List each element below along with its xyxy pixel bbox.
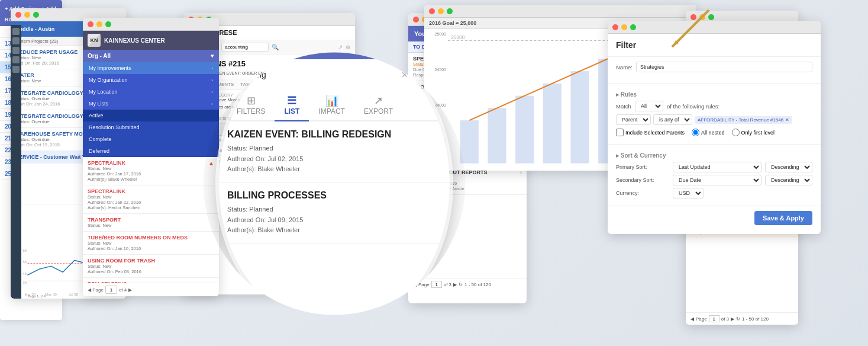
magnify-author-1: Author(s): Blake Wheeler bbox=[227, 164, 441, 175]
board-page-input[interactable] bbox=[431, 281, 442, 288]
board-page-of: of 3 bbox=[444, 282, 451, 287]
menu-my-lists[interactable]: My Lists › bbox=[83, 98, 219, 110]
page-input[interactable] bbox=[105, 286, 117, 294]
menu-active[interactable]: Active bbox=[83, 110, 219, 121]
doing-refresh[interactable]: ↻ bbox=[736, 316, 740, 322]
kn-item-3[interactable]: TRANSPORT Status: New bbox=[83, 214, 219, 232]
doing-next[interactable]: ▶ bbox=[731, 316, 734, 322]
secondary-order-select[interactable]: Descending Ascending bbox=[765, 175, 812, 185]
filters-label: FILTERS bbox=[237, 107, 265, 116]
svg-text:55: 55 bbox=[23, 260, 27, 264]
sidebar-icon-2[interactable] bbox=[12, 37, 20, 44]
filter-is-any-select[interactable]: is any of bbox=[653, 114, 692, 125]
menu-my-organization[interactable]: My Organization › bbox=[83, 74, 219, 86]
sidebar-icon-3[interactable] bbox=[12, 47, 20, 54]
kn-item-5[interactable]: USING ROOM FOR TRASH Status: New Authore… bbox=[83, 255, 219, 278]
secondary-sort-label: Secondary Sort: bbox=[616, 177, 669, 183]
currency-select[interactable]: USD EUR bbox=[673, 188, 704, 198]
radio-nested[interactable] bbox=[692, 129, 699, 136]
goal-max[interactable] bbox=[447, 8, 453, 14]
goal-min[interactable] bbox=[438, 8, 444, 14]
secondary-sort-select[interactable]: Due Date bbox=[673, 175, 761, 185]
kn-min[interactable] bbox=[96, 21, 102, 27]
kn-item-4[interactable]: TUBE/BED ROOM NUMBERS ON MEDS Status: Ne… bbox=[83, 232, 219, 255]
doing-page-label: Page bbox=[696, 316, 707, 322]
filters-icon: ⊞ bbox=[237, 94, 265, 107]
menu-complete[interactable]: Complete bbox=[83, 133, 219, 145]
filter-tag-close[interactable]: ✕ bbox=[785, 117, 789, 123]
checkbox-parents[interactable]: Include Selected Parents bbox=[616, 129, 685, 136]
sidebar-icon-5[interactable] bbox=[12, 66, 20, 73]
magnify-meta-1: Status: Planned Authored On: Jul 02, 201… bbox=[227, 143, 441, 175]
kn-close[interactable] bbox=[88, 21, 93, 27]
magnify-item-1[interactable]: KAIZEN EVENT: BILLING REDESIGN Status: P… bbox=[219, 121, 450, 182]
goal-close[interactable] bbox=[429, 8, 435, 14]
svg-rect-13 bbox=[460, 120, 479, 164]
kn-item-1-date: Authored On: Jan 17, 2016 bbox=[88, 171, 141, 177]
org-bar-dropdown[interactable]: ▾ bbox=[211, 52, 214, 60]
filter-rules-title: ▸ Rules bbox=[616, 91, 812, 98]
kn-item-5-date: Authored On: Feb 03, 2016 bbox=[88, 269, 214, 274]
board-refresh-icon[interactable]: ↻ bbox=[459, 282, 463, 287]
menu-deferred[interactable]: Deferred bbox=[83, 145, 219, 157]
menu-label-resolution: Resolution Submitted bbox=[89, 124, 140, 130]
svg-rect-16 bbox=[543, 84, 562, 164]
board-close[interactable] bbox=[413, 17, 419, 23]
magnify-meta-2: Status: Planned Authored On: Jul 09, 201… bbox=[227, 204, 441, 236]
filter-parent-select[interactable]: Parent bbox=[616, 114, 651, 125]
magnify-item-2[interactable]: BILLING PROCESSES Status: Planned Author… bbox=[219, 182, 450, 244]
currency-label: Currency: bbox=[616, 190, 669, 196]
filter-rules-text: of the following rules: bbox=[667, 103, 719, 110]
nav-item-export[interactable]: ↗ EXPORT bbox=[354, 89, 402, 121]
filter-name-label: Name: bbox=[616, 64, 633, 71]
nav-item-impact[interactable]: 📊 IMPACT bbox=[309, 89, 354, 121]
doing-prev[interactable]: ◀ bbox=[690, 316, 694, 322]
checkbox-parents-input[interactable] bbox=[616, 129, 624, 136]
menu-resolution[interactable]: Resolution Submitted bbox=[83, 121, 219, 133]
kn-item-2-author: Author(s): Hector Sanchez bbox=[88, 205, 141, 210]
kn-item-1[interactable]: SPECTRALINK Status: New Authored On: Jan… bbox=[83, 157, 219, 185]
pp-more-icon[interactable]: ⊕ bbox=[346, 44, 350, 50]
filter-save-button[interactable]: Save & Apply bbox=[754, 211, 812, 225]
magnify-title-1: KAIZEN EVENT: BILLING REDESIGN bbox=[227, 129, 441, 140]
kn-item-5-title: USING ROOM FOR TRASH bbox=[88, 258, 214, 264]
checkbox-first-level[interactable]: Only first level bbox=[732, 129, 775, 136]
pp-search-icon[interactable]: 🔍 bbox=[272, 44, 279, 50]
sidebar-icon-4[interactable] bbox=[12, 56, 20, 63]
filter-max[interactable] bbox=[630, 24, 636, 30]
filter-rules-section: ▸ Rules Match All Any of the following r… bbox=[608, 86, 821, 141]
filter-tag[interactable]: AFFORDABILITY - Total Revenue #1546 ✕ bbox=[695, 116, 792, 124]
primary-order-select[interactable]: Descending Ascending bbox=[765, 162, 812, 172]
radio-first-level[interactable] bbox=[732, 129, 740, 136]
menu-label-lists: My Lists bbox=[89, 101, 108, 107]
filter-match-select[interactable]: All Any bbox=[635, 101, 663, 111]
page-next[interactable]: ▶ bbox=[128, 287, 132, 293]
menu-my-location[interactable]: My Location › bbox=[83, 86, 219, 98]
nav-item-list[interactable]: ☰ LIST bbox=[275, 89, 309, 121]
doing-page-input[interactable] bbox=[709, 315, 719, 322]
menu-my-improvements[interactable]: My Improvements › bbox=[83, 62, 219, 74]
filter-name-input[interactable] bbox=[636, 62, 812, 72]
primary-sort-select[interactable]: Last Updated bbox=[673, 162, 761, 172]
board-next-icon[interactable]: ▶ bbox=[453, 282, 457, 287]
filter-min[interactable] bbox=[621, 24, 627, 30]
pp-search-input[interactable] bbox=[221, 43, 269, 52]
filter-title: Filter bbox=[616, 40, 636, 50]
filter-close[interactable] bbox=[612, 24, 618, 30]
kn-pagination: ◀ Page of 4 ▶ bbox=[83, 283, 219, 296]
kn-item-2[interactable]: SPECTRALINK Status: New Authored On: Jan… bbox=[83, 185, 219, 214]
menu-label-complete: Complete bbox=[89, 136, 112, 142]
magnify-clear-icon[interactable]: ✕ bbox=[401, 70, 408, 79]
menu-label-org: My Organization bbox=[89, 77, 128, 83]
max-dot[interactable] bbox=[33, 12, 39, 18]
menu-label-deferred: Deferred bbox=[89, 148, 109, 154]
kn-max[interactable] bbox=[105, 21, 111, 27]
magnify-inner: Org - All ▾ + Billing ✕ 🔍 ⚙ ⊞ FILTERS ☰ … bbox=[219, 39, 450, 329]
filter-divider-2 bbox=[608, 144, 821, 145]
close-dot[interactable] bbox=[15, 12, 21, 18]
sidebar-icon-1[interactable] bbox=[12, 28, 20, 35]
pp-share-icon[interactable]: ↗ bbox=[338, 44, 343, 50]
page-label: ◀ Page bbox=[88, 287, 104, 293]
min-dot[interactable] bbox=[24, 12, 30, 18]
checkbox-nested[interactable]: All nested bbox=[692, 129, 725, 136]
